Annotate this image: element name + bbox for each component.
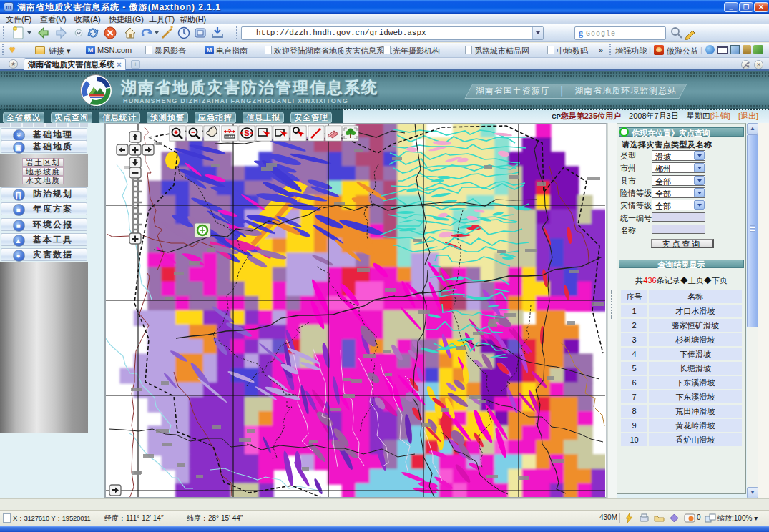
svg-text:?: ? (228, 128, 232, 134)
svg-text:S: S (244, 129, 249, 137)
